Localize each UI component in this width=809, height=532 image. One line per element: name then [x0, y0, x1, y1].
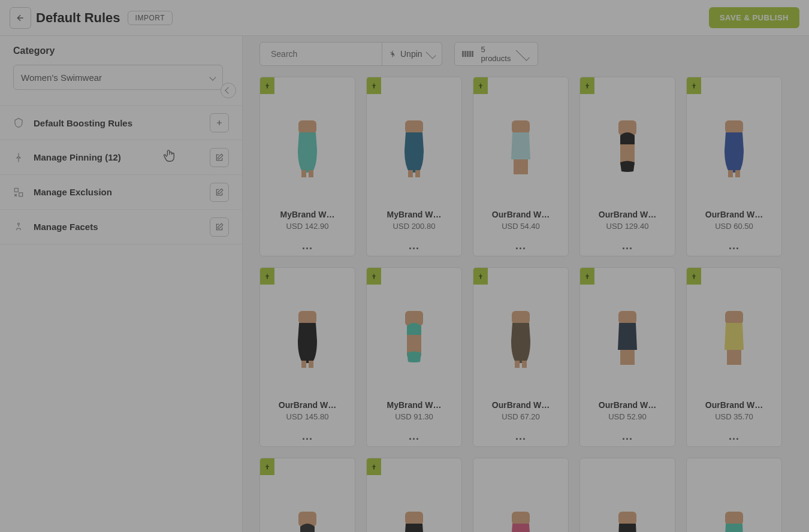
shield-icon — [13, 117, 24, 128]
svg-rect-34 — [512, 512, 530, 525]
svg-rect-31 — [405, 512, 423, 525]
sidebar-item-facets[interactable]: Manage Facets — [0, 210, 242, 244]
product-card[interactable]: ... — [259, 458, 355, 532]
product-card[interactable]: OurBrand W… USD 60.50 ... — [686, 77, 782, 256]
product-name: OurBrand W… — [693, 210, 775, 219]
sidebar-item-pinning[interactable]: Manage Pinning (12) — [0, 140, 242, 175]
svg-rect-23 — [515, 361, 520, 368]
product-name: OurBrand W… — [479, 400, 562, 410]
category-select[interactable]: Women's Swimwear — [13, 65, 223, 90]
search-input[interactable] — [271, 49, 376, 59]
svg-rect-28 — [727, 350, 741, 365]
svg-rect-37 — [618, 512, 636, 525]
chevron-left-icon — [225, 87, 231, 93]
product-more-button[interactable]: ... — [266, 433, 349, 439]
pin-icon — [477, 81, 484, 90]
product-image — [473, 268, 568, 395]
pin-icon — [370, 463, 378, 471]
pinned-badge — [367, 458, 381, 475]
edit-pinning-button[interactable] — [210, 148, 229, 167]
product-info: OurBrand W… USD 60.50 ... — [687, 205, 781, 256]
pin-icon — [690, 272, 698, 280]
product-more-button[interactable]: ... — [693, 243, 775, 249]
back-button[interactable] — [10, 7, 31, 29]
pin-icon — [584, 272, 591, 280]
product-card[interactable]: MyBrand W… USD 91.30 ... — [366, 267, 462, 447]
unpin-label: Unpin — [400, 49, 422, 59]
product-name: OurBrand W… — [266, 400, 349, 410]
product-price: USD 54.40 — [479, 222, 562, 231]
sidebar-item-label: Manage Pinning (12) — [34, 152, 210, 162]
product-more-button[interactable]: ... — [373, 433, 455, 439]
product-info: OurBrand W… USD 52.90 ... — [580, 395, 675, 446]
svg-rect-5 — [301, 170, 306, 177]
product-card[interactable]: OurBrand W… USD 145.80 ... — [259, 267, 355, 447]
product-more-button[interactable]: ... — [479, 243, 562, 249]
product-card[interactable]: OurBrand W… USD 54.40 ... — [473, 77, 569, 256]
svg-rect-18 — [301, 361, 306, 368]
svg-rect-9 — [415, 170, 420, 177]
product-image — [260, 268, 355, 395]
density-label: 5 products — [481, 45, 511, 63]
product-price: USD 142.90 — [266, 222, 349, 231]
svg-rect-25 — [618, 311, 636, 324]
product-price: USD 60.50 — [693, 222, 775, 231]
product-more-button[interactable]: ... — [373, 243, 455, 249]
sidebar-item-exclusion[interactable]: Manage Exclusion — [0, 175, 242, 210]
product-name: OurBrand W… — [586, 400, 669, 410]
category-label: Category — [13, 46, 229, 56]
product-more-button[interactable]: ... — [586, 433, 669, 439]
import-button[interactable]: IMPORT — [128, 11, 173, 25]
product-more-button[interactable]: ... — [479, 433, 562, 439]
product-image — [260, 77, 355, 205]
plus-icon — [215, 119, 224, 127]
product-card[interactable]: OurBrand W… USD 67.20 ... — [473, 267, 569, 447]
product-card[interactable]: OurBrand W… USD 52.90 ... — [579, 267, 675, 447]
pinned-badge — [260, 268, 274, 285]
pin-icon — [264, 81, 271, 90]
svg-rect-14 — [725, 120, 743, 134]
pin-icon — [264, 463, 271, 471]
sidebar-item-boosting[interactable]: Default Boosting Rules — [0, 105, 242, 140]
product-info: MyBrand W… USD 142.90 ... — [260, 205, 355, 256]
product-card[interactable]: ... — [686, 458, 782, 532]
product-card[interactable]: ... — [579, 458, 675, 532]
product-card[interactable]: OurBrand W… USD 35.70 ... — [686, 267, 782, 447]
product-info: OurBrand W… USD 129.40 ... — [580, 205, 675, 256]
product-name: MyBrand W… — [373, 400, 455, 410]
edit-exclusion-button[interactable] — [210, 183, 229, 202]
product-more-button[interactable]: ... — [266, 243, 349, 249]
product-card[interactable]: MyBrand W… USD 142.90 ... — [259, 77, 355, 256]
save-publish-button[interactable]: SAVE & PUBLISH — [709, 7, 799, 28]
page-title: Default Rules — [36, 10, 120, 26]
product-price: USD 91.30 — [373, 412, 455, 421]
product-info: OurBrand W… USD 145.80 ... — [260, 395, 355, 446]
product-card[interactable]: ... — [366, 458, 462, 532]
product-image — [580, 458, 675, 532]
svg-rect-11 — [514, 159, 528, 174]
product-image — [367, 268, 461, 395]
pin-icon — [370, 272, 378, 280]
svg-rect-26 — [620, 350, 635, 365]
toolbar: Unpin 5 products — [259, 42, 797, 66]
product-more-button[interactable]: ... — [586, 243, 669, 249]
product-card[interactable]: OurBrand W… USD 129.40 ... — [579, 77, 675, 256]
product-more-button[interactable]: ... — [693, 433, 775, 439]
product-card[interactable]: ... — [473, 458, 569, 532]
collapse-sidebar-button[interactable] — [221, 83, 236, 98]
product-info: OurBrand W… USD 67.20 ... — [473, 395, 568, 446]
svg-rect-15 — [728, 170, 733, 177]
pin-icon — [584, 81, 591, 90]
product-name: MyBrand W… — [373, 210, 455, 219]
pin-icon — [370, 81, 378, 90]
density-select[interactable]: 5 products — [454, 42, 538, 66]
product-name: OurBrand W… — [586, 210, 669, 219]
unpin-select[interactable]: Unpin — [382, 42, 442, 66]
add-boosting-button[interactable] — [210, 113, 229, 132]
product-image — [580, 77, 675, 205]
edit-facets-button[interactable] — [210, 217, 229, 237]
product-card[interactable]: MyBrand W… USD 200.80 ... — [366, 77, 462, 256]
product-image — [473, 77, 568, 205]
product-image — [687, 77, 781, 205]
cursor-hand-icon — [163, 149, 176, 164]
